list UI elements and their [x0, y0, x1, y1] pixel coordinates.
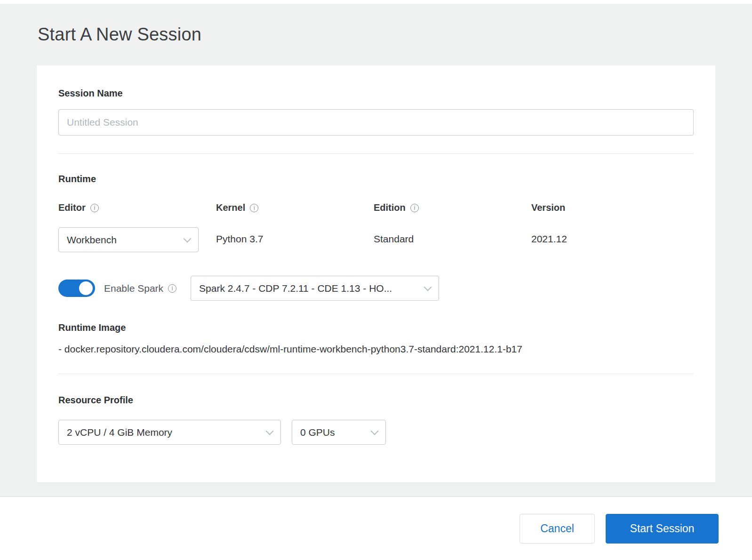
page-title: Start A New Session [38, 24, 752, 45]
editor-label: Editor [58, 202, 86, 213]
editor-select[interactable]: Workbench [58, 227, 199, 252]
divider [58, 374, 694, 374]
edition-value: Standard [374, 227, 531, 245]
start-session-page: Start A New Session Session Name Runtime… [0, 0, 752, 560]
chevron-down-icon [184, 234, 192, 242]
chevron-down-icon [371, 427, 379, 435]
main-area: Start A New Session Session Name Runtime… [0, 4, 752, 497]
version-column: Version 2021.12 [531, 202, 689, 252]
spark-row: Enable Spark Spark 2.4.7 - CDP 7.2.11 - … [58, 276, 694, 301]
edition-label: Edition [374, 202, 406, 213]
resource-profile-row: 2 vCPU / 4 GiB Memory 0 GPUs [58, 420, 694, 445]
footer-bar: Cancel Start Session [0, 497, 752, 560]
cancel-button[interactable]: Cancel [520, 514, 595, 544]
spark-version-select[interactable]: Spark 2.4.7 - CDP 7.2.11 - CDE 1.13 - HO… [191, 276, 439, 301]
editor-info-icon[interactable] [90, 204, 99, 212]
start-session-button[interactable]: Start Session [606, 514, 719, 544]
edition-column: Edition Standard [374, 202, 531, 252]
kernel-column: Kernel Python 3.7 [216, 202, 374, 252]
gpu-select[interactable]: 0 GPUs [292, 420, 386, 445]
resource-profile-heading: Resource Profile [58, 395, 694, 406]
runtime-heading: Runtime [58, 174, 694, 184]
runtime-image-value: - docker.repository.cloudera.com/clouder… [58, 344, 694, 355]
runtime-image-heading: Runtime Image [58, 322, 694, 333]
session-form-card: Session Name Runtime Editor Workbench [37, 65, 715, 482]
toggle-knob [79, 281, 93, 295]
resource-profile-select[interactable]: 2 vCPU / 4 GiB Memory [58, 420, 281, 445]
version-label: Version [531, 202, 565, 213]
top-strip [0, 0, 752, 4]
editor-column: Editor Workbench [58, 202, 216, 252]
spark-info-icon[interactable] [168, 284, 176, 293]
chevron-down-icon [424, 283, 432, 291]
enable-spark-toggle[interactable] [58, 280, 95, 297]
enable-spark-label: Enable Spark [104, 283, 163, 294]
editor-select-value: Workbench [67, 234, 117, 246]
runtime-grid: Editor Workbench Kernel Python 3.7 [58, 202, 694, 252]
kernel-value: Python 3.7 [216, 227, 374, 245]
version-value: 2021.12 [531, 227, 689, 245]
session-name-input[interactable] [58, 109, 694, 136]
kernel-label: Kernel [216, 202, 245, 213]
resource-profile-value: 2 vCPU / 4 GiB Memory [67, 427, 172, 438]
spark-version-value: Spark 2.4.7 - CDP 7.2.11 - CDE 1.13 - HO… [199, 283, 392, 294]
gpu-select-value: 0 GPUs [300, 427, 335, 438]
divider [58, 153, 694, 154]
chevron-down-icon [266, 427, 274, 435]
session-name-label: Session Name [58, 88, 694, 99]
kernel-info-icon[interactable] [250, 204, 258, 212]
edition-info-icon[interactable] [410, 204, 419, 212]
